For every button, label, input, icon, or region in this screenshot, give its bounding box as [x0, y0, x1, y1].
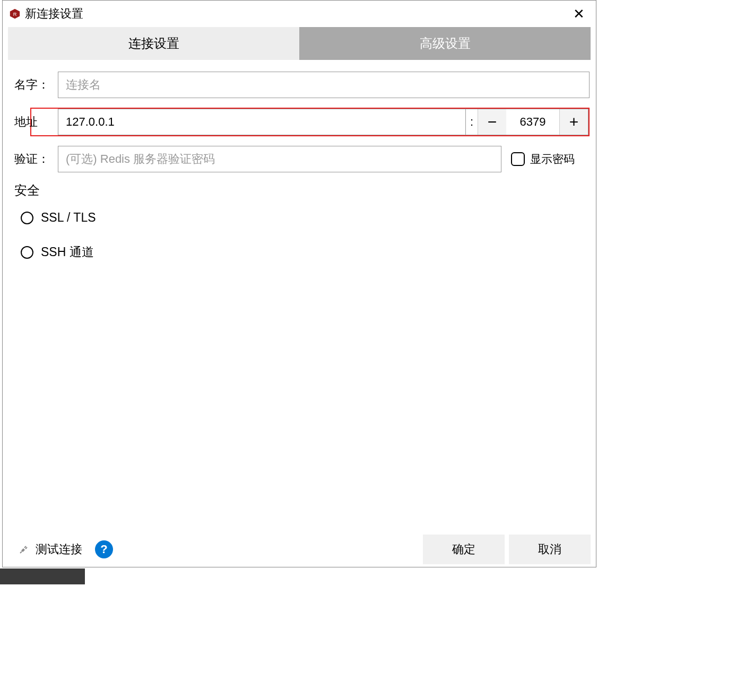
svg-text:R: R — [13, 12, 17, 17]
checkbox-show-password[interactable] — [511, 152, 525, 166]
svg-line-2 — [24, 546, 26, 548]
radio-ssl[interactable] — [21, 212, 33, 224]
close-icon: ✕ — [573, 6, 585, 22]
input-port[interactable] — [506, 109, 559, 135]
label-name: 名字： — [14, 77, 58, 93]
cancel-button[interactable]: 取消 — [509, 535, 591, 564]
address-field-group: : − + — [58, 109, 588, 135]
test-connection-label: 测试连接 — [36, 541, 82, 557]
port-decrement-button[interactable]: − — [478, 109, 506, 135]
label-show-password: 显示密码 — [530, 152, 575, 167]
help-icon: ? — [100, 542, 107, 556]
window-title: 新连接设置 — [25, 6, 83, 22]
tab-connection-settings[interactable]: 连接设置 — [8, 27, 299, 60]
show-password-group: 显示密码 — [511, 152, 575, 167]
radio-row-ssh: SSH 通道 — [21, 244, 590, 260]
label-auth: 验证： — [14, 151, 58, 167]
help-button[interactable]: ? — [95, 540, 113, 558]
host-port-separator: : — [465, 109, 478, 135]
plug-icon — [18, 543, 30, 556]
taskbar-fragment — [0, 568, 85, 584]
input-name[interactable] — [58, 72, 590, 98]
tab-advanced-settings[interactable]: 高级设置 — [299, 27, 591, 60]
app-icon: R — [9, 8, 21, 20]
close-button[interactable]: ✕ — [568, 3, 590, 24]
form-region: 名字： 地址 : − + 验证： — [3, 60, 596, 279]
row-auth: 验证： 显示密码 — [14, 145, 590, 173]
dialog-footer: 测试连接 ? 确定 取消 — [3, 532, 596, 567]
input-auth[interactable] — [58, 146, 501, 172]
port-increment-button[interactable]: + — [559, 109, 588, 135]
dialog-window: R 新连接设置 ✕ 连接设置 高级设置 名字： 地址 : − — [2, 0, 596, 567]
row-address: 地址 : − + — [14, 108, 590, 136]
svg-line-3 — [25, 547, 27, 549]
input-host[interactable] — [58, 109, 465, 135]
radio-row-ssl: SSL / TLS — [21, 211, 590, 225]
heading-security: 安全 — [14, 182, 590, 199]
address-highlight-box: : − + — [30, 108, 590, 136]
plus-icon: + — [569, 114, 579, 130]
ok-button[interactable]: 确定 — [423, 535, 505, 564]
row-name: 名字： — [14, 71, 590, 99]
label-ssh: SSH 通道 — [41, 244, 94, 260]
test-connection-button[interactable]: 测试连接 — [12, 537, 88, 562]
title-bar: R 新连接设置 ✕ — [3, 1, 596, 27]
tab-strip: 连接设置 高级设置 — [8, 27, 591, 60]
label-address: 地址 — [14, 114, 58, 130]
svg-line-4 — [20, 552, 22, 553]
radio-ssh[interactable] — [21, 246, 33, 259]
label-ssl: SSL / TLS — [41, 211, 96, 225]
minus-icon: − — [488, 114, 497, 130]
